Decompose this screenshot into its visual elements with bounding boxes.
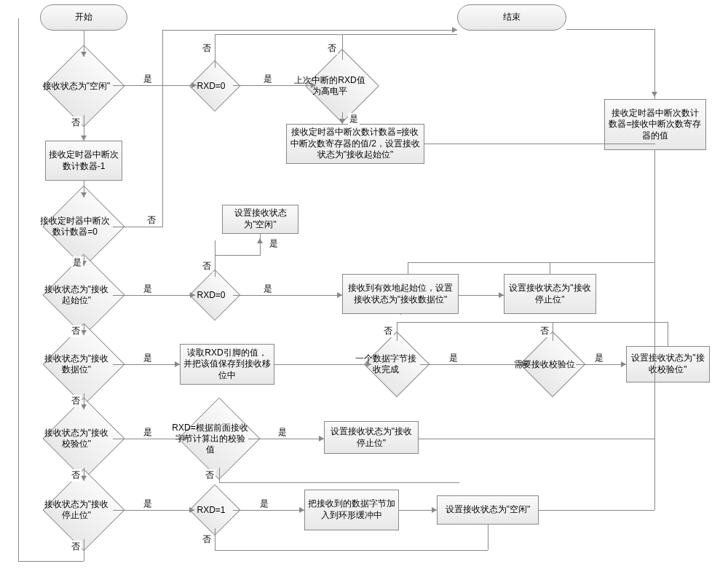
p5: 接收到有效地起始位，设置接收状态为"接收数据位" [342,274,459,314]
d9: 接收状态为"接收数据位" [55,335,113,393]
d3: 上次中断的RXD值为高电平 [316,60,368,112]
d13: RXD=1 [197,492,233,528]
p7: 读取RXD引脚的值，并把该值保存到接收移位中 [180,344,274,385]
d4: 接收定时器中断次数计数器=0 [55,197,113,256]
d10: 接收状态为"接收校验位" [55,409,113,468]
p4: 设置接收状态为"空闲" [222,205,298,234]
d6: RXD=0 [197,277,233,313]
d2: RXD=0 [197,68,233,104]
d8: 需要接收校验位 [529,341,576,388]
d7: 一个数据字节接收完成 [373,341,420,388]
p3: 接收定时器中断次数计数器=接收中断次数寄存器的值 [604,99,706,150]
p9: 设置接收状态为"接收停止位" [324,421,419,454]
d5: 接收状态为"接收起始位" [55,266,113,324]
d1: 接收状态为"空闲" [55,57,113,115]
d11: RXD=根据前面接收字节计算出的校验值 [190,409,248,468]
p1: 接收定时器中断次数计数器-1 [45,141,122,181]
end-terminal: 结束 [457,4,566,31]
p6: 设置接收状态为"接收停止位" [504,274,596,314]
lbl-yes: 是 [142,73,154,85]
p11: 设置接收状态为"空闲" [437,495,539,525]
start-label: 开始 [75,12,92,23]
end-label: 结束 [503,12,521,23]
d12: 接收状态为"接收停止位" [55,481,113,539]
p10: 把接收到的数据字节加入到环形缓冲中 [304,490,399,530]
p2: 接收定时器中断次数计数器=接收中断次数寄存器的值/2，设置接收状态为"接收起始位… [286,124,424,164]
lbl-no: 否 [70,117,82,129]
start-terminal: 开始 [40,4,127,31]
p8: 设置接收状态为"接收校验位" [626,346,710,382]
